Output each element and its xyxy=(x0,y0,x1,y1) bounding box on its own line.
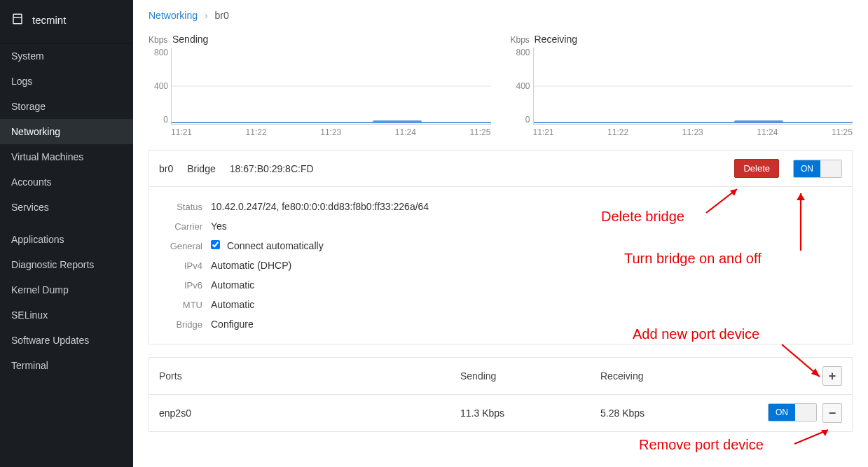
chart-unit: Kbps xyxy=(511,35,529,45)
bridge-toggle-on-label: ON xyxy=(794,160,820,177)
ipv4-label: IPv4 xyxy=(159,260,202,271)
remove-port-button[interactable]: − xyxy=(822,403,842,423)
status-value: 10.42.0.247/24, fe80:0:0:0:dd83:f8b0:ff3… xyxy=(211,201,429,212)
ipv6-label: IPv6 xyxy=(159,280,202,291)
port-name[interactable]: enp2s0 xyxy=(159,407,460,419)
bridge-type: Bridge xyxy=(187,163,215,174)
sidebar-item-terminal[interactable]: Terminal xyxy=(0,353,133,378)
port-sending: 11.3 Kbps xyxy=(460,407,600,419)
bridge-toggle-knob xyxy=(820,160,841,177)
sidebar-host-header[interactable]: tecmint xyxy=(0,0,133,43)
sidebar-item-logs[interactable]: Logs xyxy=(0,69,133,94)
y-axis: 800 400 0 xyxy=(511,48,533,125)
bridge-configure-link[interactable]: Configure xyxy=(211,319,254,330)
sidebar-item-software-updates[interactable]: Software Updates xyxy=(0,328,133,353)
breadcrumb-sep: › xyxy=(205,10,208,21)
bridge-mac: 18:67:B0:29:8C:FD xyxy=(230,163,314,174)
mtu-link[interactable]: Automatic xyxy=(211,299,254,310)
mtu-label: MTU xyxy=(159,300,202,310)
status-label: Status xyxy=(159,202,202,212)
server-icon xyxy=(11,13,24,27)
host-name: tecmint xyxy=(32,14,66,26)
sidebar-item-selinux[interactable]: SELinux xyxy=(0,302,133,328)
chart-title-receiving: Receiving xyxy=(535,34,577,45)
ipv4-link[interactable]: Automatic (DHCP) xyxy=(211,260,291,271)
sidebar-item-applications[interactable]: Applications xyxy=(0,227,133,252)
ports-col-sending: Sending xyxy=(460,370,600,382)
bridge-toggle[interactable]: ON xyxy=(793,160,842,178)
bridge-details: Status 10.42.0.247/24, fe80:0:0:0:dd83:f… xyxy=(149,187,852,344)
chart-sending: Kbps Sending 800 400 0 11:21 11:22 xyxy=(149,34,491,137)
x-axis-receiving: 11:21 11:22 11:23 11:24 11:25 xyxy=(511,125,853,137)
chart-title-sending: Sending xyxy=(172,34,208,45)
sidebar: tecmint SystemLogsStorageNetworkingVirtu… xyxy=(0,0,133,467)
carrier-value: Yes xyxy=(211,221,227,232)
sidebar-item-services[interactable]: Services xyxy=(0,195,133,220)
ports-panel: Ports Sending Receiving + enp2s0 11.3 Kb… xyxy=(149,357,853,432)
table-row: enp2s0 11.3 Kbps 5.28 Kbps ON − xyxy=(149,395,852,431)
sidebar-item-virtual-machines[interactable]: Virtual Machines xyxy=(0,144,133,169)
port-receiving: 5.28 Kbps xyxy=(600,407,758,419)
general-label: General xyxy=(159,241,202,251)
connect-auto-label: Connect automatically xyxy=(227,240,324,251)
ipv6-link[interactable]: Automatic xyxy=(211,279,254,291)
bridge-name: br0 xyxy=(159,163,173,174)
chart-receiving: Kbps Receiving 800 400 0 11:21 11:22 xyxy=(511,34,853,137)
ports-col-receiving: Receiving xyxy=(600,370,758,382)
chart-unit: Kbps xyxy=(149,35,167,45)
svg-rect-0 xyxy=(13,14,22,24)
ports-header: Ports Sending Receiving + xyxy=(149,358,852,395)
x-axis-sending: 11:21 11:22 11:23 11:24 11:25 xyxy=(149,125,491,137)
sidebar-item-accounts[interactable]: Accounts xyxy=(0,169,133,195)
sidebar-item-networking[interactable]: Networking xyxy=(0,119,133,144)
breadcrumb-parent[interactable]: Networking xyxy=(149,10,198,21)
charts-row: Kbps Sending 800 400 0 11:21 11:22 xyxy=(149,34,853,137)
bridge-panel: br0 Bridge 18:67:B0:29:8C:FD Delete ON S… xyxy=(149,150,853,344)
ports-col-name: Ports xyxy=(159,370,460,382)
sidebar-item-kernel-dump[interactable]: Kernel Dump xyxy=(0,277,133,302)
sidebar-item-diagnostic-reports[interactable]: Diagnostic Reports xyxy=(0,252,133,277)
chart-plot-receiving xyxy=(533,48,853,125)
y-axis: 800 400 0 xyxy=(149,48,171,125)
bridge-panel-header: br0 Bridge 18:67:B0:29:8C:FD Delete ON xyxy=(149,151,852,187)
sidebar-item-storage[interactable]: Storage xyxy=(0,94,133,119)
port-toggle[interactable]: ON xyxy=(768,403,817,421)
nav: SystemLogsStorageNetworkingVirtual Machi… xyxy=(0,43,133,378)
bridge-label: Bridge xyxy=(159,319,202,330)
main: Networking › br0 Kbps Sending 800 400 0 xyxy=(133,0,868,467)
breadcrumb-current: br0 xyxy=(214,10,228,21)
sidebar-item-system[interactable]: System xyxy=(0,43,133,69)
delete-button[interactable]: Delete xyxy=(734,159,779,178)
breadcrumb: Networking › br0 xyxy=(149,10,853,21)
chart-plot-sending xyxy=(171,48,491,125)
general-value: Connect automatically xyxy=(211,240,324,251)
port-toggle-on-label: ON xyxy=(769,404,795,421)
carrier-label: Carrier xyxy=(159,221,202,232)
port-toggle-knob xyxy=(795,404,816,421)
add-port-button[interactable]: + xyxy=(822,366,842,386)
connect-auto-checkbox[interactable] xyxy=(211,240,220,249)
